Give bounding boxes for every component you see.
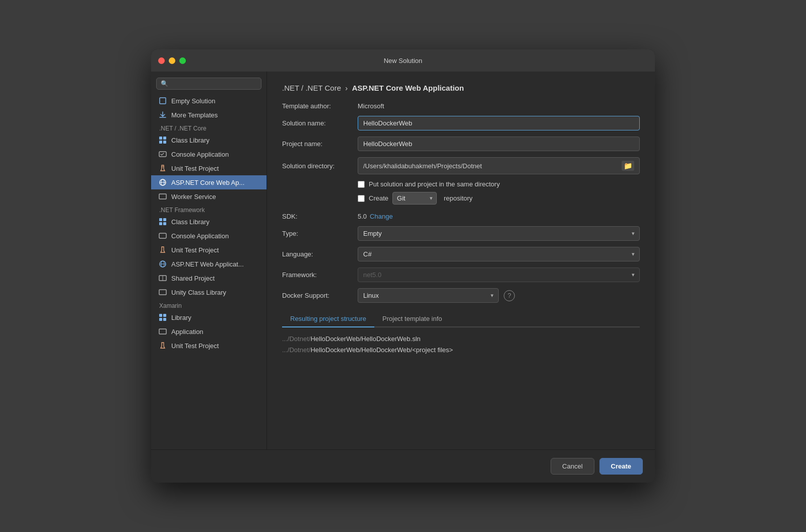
console-app-fw-icon <box>158 231 167 240</box>
svg-rect-3 <box>163 137 166 140</box>
sidebar-item-class-library-net[interactable]: Class Library <box>151 133 266 147</box>
title-bar: New Solution <box>151 49 655 72</box>
svg-rect-5 <box>163 141 166 144</box>
sidebar-item-shared-project[interactable]: Shared Project <box>151 271 266 285</box>
docker-select-wrapper[interactable]: Linux Windows None <box>358 288 499 303</box>
sidebar-item-unity-class-lib-label: Unity Class Library <box>171 289 226 296</box>
search-box[interactable]: 🔍 <box>156 78 261 90</box>
solution-name-input[interactable] <box>358 116 640 130</box>
sidebar-item-more-templates-label: More Templates <box>171 111 218 119</box>
unit-test-xam-icon <box>158 341 167 350</box>
tab-project-structure[interactable]: Resulting project structure <box>282 311 374 327</box>
svg-rect-2 <box>159 137 162 140</box>
project-name-input[interactable] <box>358 137 640 151</box>
application-xam-icon <box>158 327 167 336</box>
browse-button[interactable]: 📁 <box>622 161 634 171</box>
sidebar-item-empty-solution-label: Empty Solution <box>171 97 215 105</box>
sidebar-item-aspnet-core-web[interactable]: ASP.NET Core Web Ap... <box>151 175 266 189</box>
section-label-xamarin: Xamarin <box>151 299 266 310</box>
svg-rect-23 <box>159 314 162 317</box>
search-input[interactable] <box>171 80 257 87</box>
sidebar-item-more-templates[interactable]: More Templates <box>151 108 266 122</box>
svg-rect-26 <box>163 318 166 321</box>
sidebar-item-application-xam-label: Application <box>171 328 204 336</box>
framework-select-wrapper[interactable]: net5.0 <box>358 268 640 282</box>
sidebar-item-aspnet-core-web-label: ASP.NET Core Web Ap... <box>171 179 244 186</box>
svg-rect-27 <box>159 329 166 334</box>
sidebar-item-application-xam[interactable]: Application <box>151 324 266 339</box>
sidebar-item-unit-test-fw[interactable]: Unit Test Project <box>151 243 266 257</box>
create-repo-checkbox[interactable] <box>358 195 365 202</box>
tab-template-info[interactable]: Project template info <box>374 311 450 327</box>
dialog-title: New Solution <box>384 57 423 64</box>
docker-select[interactable]: Linux Windows None <box>358 288 499 303</box>
svg-rect-11 <box>159 194 166 199</box>
cancel-button[interactable]: Cancel <box>551 458 594 475</box>
docker-label: Docker Support: <box>282 292 358 299</box>
dialog-footer: Cancel Create <box>151 449 655 483</box>
sidebar-item-empty-solution[interactable]: Empty Solution <box>151 94 266 108</box>
sidebar-item-aspnet-web-fw-label: ASP.NET Web Applicat... <box>171 260 244 268</box>
worker-service-icon <box>158 192 167 201</box>
sidebar-item-class-library-fw[interactable]: Class Library <box>151 215 266 229</box>
type-select-wrapper[interactable]: Empty Web Application Web API MVC <box>358 226 640 241</box>
sidebar-item-library-xam[interactable]: Library <box>151 310 266 324</box>
language-label: Language: <box>282 250 358 258</box>
language-select-wrapper[interactable]: C# F# <box>358 247 640 261</box>
section-label-dotnet: .NET / .NET Core <box>151 122 266 133</box>
library-xam-icon <box>158 313 167 322</box>
type-select[interactable]: Empty Web Application Web API MVC <box>358 226 640 241</box>
aspnet-core-web-icon <box>158 178 167 187</box>
sidebar-item-console-app-fw[interactable]: Console Application <box>151 229 266 243</box>
sidebar-item-console-app-net-label: Console Application <box>171 151 229 158</box>
breadcrumb-text: .NET / .NET Core › ASP.NET Core Web Appl… <box>282 84 464 92</box>
section-label-dotnet-fw: .NET Framework <box>151 204 266 215</box>
maximize-button[interactable] <box>179 57 186 64</box>
template-author-label: Template author: <box>282 102 358 110</box>
solution-dir-field[interactable]: /Users/khalidabuhakmeh/Projects/Dotnet 📁 <box>358 157 640 174</box>
sdk-row: SDK: 5.0 Change <box>282 213 640 220</box>
solution-dir-label: Solution directory: <box>282 162 358 170</box>
structure-line-1: .../Dotnet/HelloDockerWeb/HelloDockerWeb… <box>282 334 640 345</box>
sidebar-item-worker-service[interactable]: Worker Service <box>151 189 266 204</box>
sdk-version: 5.0 <box>358 213 367 220</box>
more-templates-icon <box>158 110 167 119</box>
create-button[interactable]: Create <box>599 458 643 475</box>
svg-rect-16 <box>159 233 166 238</box>
breadcrumb: .NET / .NET Core › ASP.NET Core Web Appl… <box>282 84 640 92</box>
sidebar-item-worker-service-label: Worker Service <box>171 193 216 201</box>
sidebar-item-unit-test-net[interactable]: Unit Test Project <box>151 161 266 175</box>
template-author-row: Template author: Microsoft <box>282 102 640 110</box>
git-select-wrapper[interactable]: Git Mercurial <box>392 192 437 205</box>
template-author-value: Microsoft <box>358 102 384 110</box>
sidebar-item-console-app-net[interactable]: Console Application <box>151 147 266 161</box>
git-select[interactable]: Git Mercurial <box>392 192 437 205</box>
sdk-label: SDK: <box>282 213 358 220</box>
sidebar-item-library-xam-label: Library <box>171 314 191 321</box>
unit-test-fw-icon <box>158 245 167 254</box>
sidebar-item-unit-test-fw-label: Unit Test Project <box>171 246 219 254</box>
minimize-button[interactable] <box>169 57 175 64</box>
new-solution-dialog: New Solution 🔍 Empty Solution More Templ… <box>151 49 655 483</box>
svg-rect-25 <box>159 318 162 321</box>
language-select[interactable]: C# F# <box>358 247 640 261</box>
sidebar-item-unit-test-xam[interactable]: Unit Test Project <box>151 339 266 353</box>
close-button[interactable] <box>158 57 165 64</box>
svg-rect-12 <box>159 218 162 221</box>
solution-name-row: Solution name: <box>282 116 640 130</box>
framework-select[interactable]: net5.0 <box>358 268 640 282</box>
same-dir-checkbox[interactable] <box>358 181 365 188</box>
same-dir-label: Put solution and project in the same dir… <box>369 180 500 188</box>
sidebar-item-console-app-fw-label: Console Application <box>171 232 229 240</box>
sidebar-item-unity-class-lib[interactable]: Unity Class Library <box>151 285 266 299</box>
svg-rect-24 <box>163 314 166 317</box>
framework-label: Framework: <box>282 271 358 279</box>
repository-label: repository <box>444 194 473 202</box>
language-row: Language: C# F# <box>282 247 640 261</box>
docker-help-icon[interactable]: ? <box>504 290 515 301</box>
solution-name-label: Solution name: <box>282 119 358 127</box>
sidebar-item-shared-project-label: Shared Project <box>171 275 215 282</box>
sidebar-item-aspnet-web-fw[interactable]: ASP.NET Web Applicat... <box>151 257 266 271</box>
class-library-net-icon <box>158 136 167 145</box>
sdk-change-link[interactable]: Change <box>370 213 393 220</box>
